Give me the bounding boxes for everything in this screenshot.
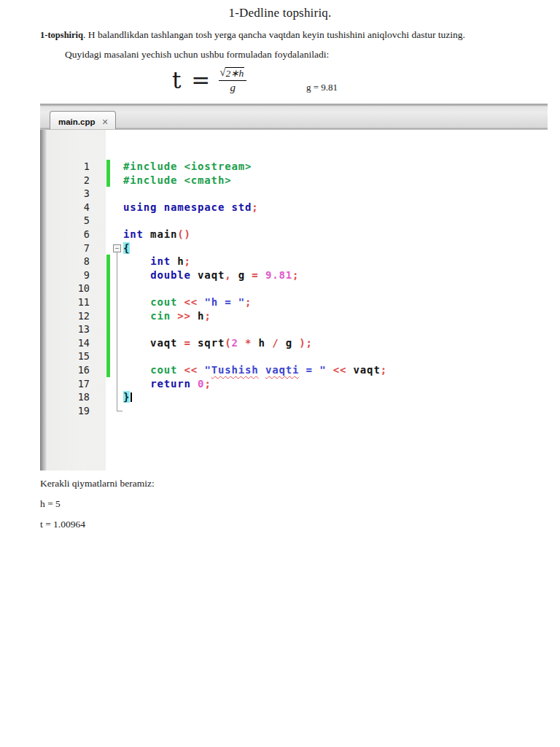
code-line: 6int main() (40, 228, 548, 241)
code-line: 3 (40, 187, 548, 201)
line-number: 11 (40, 295, 106, 309)
code-text: return 0; (123, 377, 548, 391)
fold-margin (111, 187, 123, 201)
line-number: 19 (40, 404, 106, 418)
code-line: 4using namespace std; (40, 201, 548, 214)
line-number: 6 (40, 228, 106, 241)
code-text: int main() (123, 228, 548, 241)
fold-margin (111, 174, 123, 187)
formula: t = √ 2∗h g (172, 66, 246, 94)
page-title: 1-Dedline topshiriq. (0, 6, 560, 20)
line-number: 2 (40, 174, 106, 187)
fold-margin (111, 201, 123, 214)
line-number: 1 (40, 160, 106, 174)
code-line: 11 cout << "h = "; (40, 295, 548, 309)
code-line: 13 (40, 322, 548, 336)
code-text (123, 282, 548, 295)
change-bar (106, 174, 111, 187)
change-bar-empty (106, 377, 111, 391)
fold-margin (111, 377, 123, 391)
result-h-value: h = 5 (40, 498, 61, 510)
code-text: using namespace std; (123, 201, 548, 214)
line-number: 5 (40, 214, 106, 228)
code-line: 1#include <iostream> (40, 160, 548, 174)
code-line: 10 (40, 282, 548, 295)
line-number: 7 (40, 241, 106, 255)
results-intro: Kerakli qiymatlarni beramiz: (40, 478, 155, 489)
change-bar (106, 255, 111, 268)
tab-bar: main.cpp ✕ (40, 104, 548, 130)
fold-margin (111, 160, 123, 174)
fold-margin (111, 322, 123, 336)
fold-margin (111, 268, 123, 282)
code-text: { (123, 241, 548, 255)
line-number: 4 (40, 201, 106, 214)
line-number: 13 (40, 322, 106, 336)
code-line: 15 (40, 349, 548, 363)
change-bar (106, 282, 111, 295)
change-bar (106, 349, 111, 363)
code-text: int h; (123, 255, 548, 268)
code-line: 17 return 0; (40, 377, 548, 391)
change-bar-empty (106, 228, 111, 241)
ide-window: main.cpp ✕ 1#include <iostream>2#include… (40, 104, 548, 471)
tab-main-cpp[interactable]: main.cpp ✕ (50, 111, 116, 129)
fold-margin (111, 255, 123, 268)
fold-margin (111, 349, 123, 363)
formula-fraction: √ 2∗h g (219, 67, 246, 94)
fold-margin (111, 214, 123, 228)
code-text: cout << "Tushish vaqti = " << vaqt; (123, 363, 548, 377)
code-line: 18} (40, 390, 548, 404)
formula-lhs: t = (172, 67, 211, 93)
code-line: 2#include <cmath> (40, 174, 548, 187)
hint-paragraph: Quyidagi masalani yechish uchun ushbu fo… (65, 49, 502, 61)
task-paragraph: 1-topshiriq. H balandlikdan tashlangan t… (40, 29, 529, 41)
change-bar-empty (106, 187, 111, 201)
fold-margin (111, 282, 123, 295)
code-text (123, 349, 548, 363)
change-bar (106, 336, 111, 350)
formula-numerator: 2∗h (225, 67, 245, 79)
change-bar-empty (106, 404, 111, 418)
task-text: . H balandlikdan tashlangan tosh yerga q… (83, 29, 465, 40)
fold-margin (111, 228, 123, 241)
code-line: 5 (40, 214, 548, 228)
line-number: 14 (40, 336, 106, 350)
code-line: 8 int h; (40, 255, 548, 268)
change-bar (106, 160, 111, 174)
line-number: 15 (40, 349, 106, 363)
line-number: 16 (40, 363, 106, 377)
code-line: 16 cout << "Tushish vaqti = " << vaqt; (40, 363, 548, 377)
change-bar (106, 322, 111, 336)
fold-margin (111, 295, 123, 309)
fold-toggle-icon[interactable]: – (111, 241, 123, 255)
close-icon[interactable]: ✕ (101, 117, 108, 127)
code-line: 7–{ (40, 241, 548, 255)
code-line: 14 vaqt = sqrt(2 * h / g ); (40, 336, 548, 350)
code-editor[interactable]: 1#include <iostream>2#include <cmath>34u… (40, 130, 548, 471)
change-bar-empty (106, 390, 111, 404)
fold-margin (111, 363, 123, 377)
fold-margin (111, 404, 123, 418)
line-number: 8 (40, 255, 106, 268)
code-text: #include <iostream> (123, 160, 548, 174)
change-bar-empty (106, 201, 111, 214)
code-text: } (123, 390, 548, 404)
line-number: 18 (40, 390, 106, 404)
change-bar (106, 363, 111, 377)
code-text: cin >> h; (123, 309, 548, 323)
code-text: vaqt = sqrt(2 * h / g ); (123, 336, 548, 350)
line-number: 12 (40, 309, 106, 323)
result-t-value: t = 1.00964 (40, 519, 85, 530)
line-number: 17 (40, 377, 106, 391)
editor-lines: 1#include <iostream>2#include <cmath>34u… (40, 160, 548, 417)
change-bar (106, 295, 111, 309)
code-text: double vaqt, g = 9.81; (123, 268, 548, 282)
fold-margin (111, 309, 123, 323)
text-caret (131, 392, 132, 402)
code-text (123, 187, 548, 201)
line-number: 10 (40, 282, 106, 295)
tab-label: main.cpp (58, 117, 95, 126)
code-text: #include <cmath> (123, 174, 548, 187)
line-number: 9 (40, 268, 106, 282)
